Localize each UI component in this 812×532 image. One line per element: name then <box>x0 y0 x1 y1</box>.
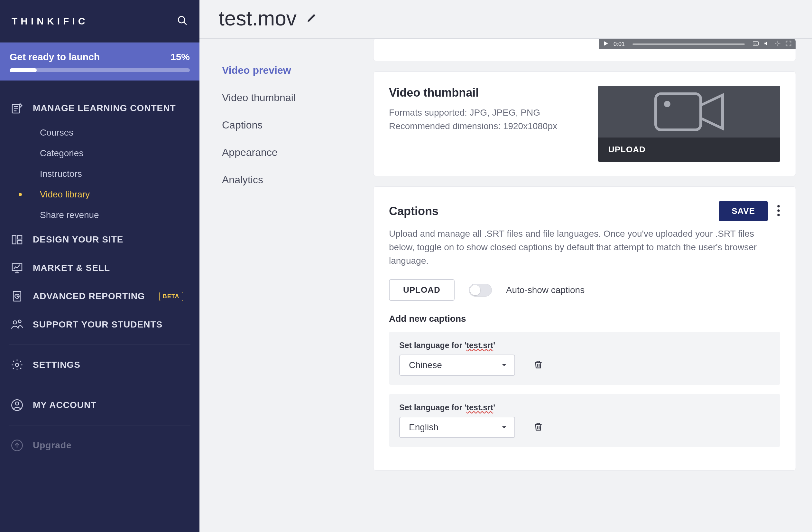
snav-captions[interactable]: Captions <box>212 111 360 139</box>
thumbnail-dims: Recommended dimensions: 1920x1080px <box>389 120 585 133</box>
search-icon[interactable] <box>177 15 188 27</box>
presentation-chart-icon <box>10 262 25 275</box>
auto-show-label: Auto-show captions <box>506 285 584 295</box>
nav-market-sell[interactable]: MARKET & SELL <box>0 254 200 282</box>
page-header: test.mov <box>200 0 812 39</box>
captions-card: Captions SAVE Upload and manage all .SRT… <box>373 186 796 471</box>
edit-note-icon <box>10 102 25 115</box>
fullscreen-icon[interactable] <box>785 40 792 48</box>
sidebar-item-share-revenue[interactable]: Share revenue <box>0 205 200 225</box>
svg-rect-18 <box>656 94 701 130</box>
svg-point-21 <box>777 209 780 212</box>
play-icon[interactable] <box>603 40 609 48</box>
svg-text:CC: CC <box>754 42 757 45</box>
label-suffix: ' <box>493 403 495 412</box>
upload-captions-button[interactable]: UPLOAD <box>389 279 454 301</box>
launch-progress-box[interactable]: Get ready to launch 15% <box>0 42 200 81</box>
svg-rect-6 <box>12 264 22 271</box>
snav-video-preview[interactable]: Video preview <box>212 57 360 84</box>
nav-label: Upgrade <box>33 440 72 450</box>
captions-description: Upload and manage all .SRT files and fil… <box>389 227 780 268</box>
caption-item-label: Set language for 'test.srt' <box>399 403 770 412</box>
svg-rect-4 <box>18 235 22 239</box>
volume-icon[interactable] <box>764 40 770 48</box>
nav-upgrade[interactable]: Upgrade <box>0 431 200 460</box>
clipboard-chart-icon <box>10 290 25 303</box>
nav-my-account[interactable]: MY ACCOUNT <box>0 391 200 419</box>
svg-rect-5 <box>18 240 22 244</box>
progress-fill <box>10 68 37 72</box>
snav-analytics[interactable]: Analytics <box>212 166 360 194</box>
svg-point-19 <box>664 101 670 107</box>
secondary-nav: Video preview Video thumbnail Captions A… <box>200 39 373 532</box>
nav-label: DESIGN YOUR SITE <box>33 235 124 245</box>
beta-badge: BETA <box>159 292 183 301</box>
user-circle-icon <box>10 399 25 411</box>
label-prefix: Set language for ' <box>399 341 466 350</box>
svg-point-11 <box>15 363 19 366</box>
brand-logo[interactable]: THINKIFIC <box>12 16 88 27</box>
save-button[interactable]: SAVE <box>719 201 768 221</box>
settings-gear-icon[interactable] <box>774 40 781 48</box>
progress-track <box>10 68 190 72</box>
sidebar-header: THINKIFIC <box>0 0 200 42</box>
svg-point-13 <box>15 402 19 405</box>
nav-divider <box>9 345 190 345</box>
layout-icon <box>10 233 25 246</box>
trash-icon[interactable] <box>533 421 543 434</box>
caption-item: Set language for 'test.srt' English <box>389 394 780 447</box>
nav-support-students[interactable]: SUPPORT YOUR STUDENTS <box>0 310 200 339</box>
nav-label: MARKET & SELL <box>33 263 110 273</box>
nav-design-site[interactable]: DESIGN YOUR SITE <box>0 225 200 254</box>
nav-divider <box>9 385 190 385</box>
sidebar-sub-label: Instructors <box>40 169 82 179</box>
snav-video-thumbnail[interactable]: Video thumbnail <box>212 84 360 111</box>
launch-percent: 15% <box>171 52 190 62</box>
thumbnail-preview <box>598 86 780 138</box>
snav-appearance[interactable]: Appearance <box>212 139 360 166</box>
svg-point-20 <box>777 205 780 207</box>
sidebar-item-video-library[interactable]: Video library <box>0 184 200 205</box>
nav-label: ADVANCED REPORTING <box>33 291 145 302</box>
sidebar-item-courses[interactable]: Courses <box>0 122 200 143</box>
svg-point-9 <box>13 321 16 324</box>
svg-line-1 <box>184 22 187 25</box>
video-time: 0:01 <box>613 41 625 48</box>
thumbnail-upload-box[interactable]: UPLOAD <box>598 86 780 162</box>
chevron-down-icon <box>500 361 508 369</box>
sidebar: THINKIFIC Get ready to launch 15% MANAGE… <box>0 0 200 532</box>
nav-label: MANAGE LEARNING CONTENT <box>33 103 176 113</box>
sidebar-sub-label: Share revenue <box>40 210 99 220</box>
gear-icon <box>10 359 25 371</box>
nav-divider <box>9 425 190 425</box>
caption-item-label: Set language for 'test.srt' <box>399 341 770 350</box>
trash-icon[interactable] <box>533 359 543 372</box>
auto-show-toggle[interactable] <box>469 284 492 297</box>
thumbnail-upload-button[interactable]: UPLOAD <box>598 138 780 162</box>
cc-icon[interactable]: CC <box>753 40 759 48</box>
select-value: English <box>409 422 438 433</box>
pencil-icon[interactable] <box>306 12 317 25</box>
language-select[interactable]: Chinese <box>399 354 515 376</box>
nav-manage-learning[interactable]: MANAGE LEARNING CONTENT <box>0 94 200 122</box>
page-title: test.mov <box>219 6 296 30</box>
caption-filename: test.srt <box>466 341 493 350</box>
nav-label: SETTINGS <box>33 360 81 370</box>
thumbnail-formats: Formats supported: JPG, JPEG, PNG <box>389 106 585 120</box>
nav-label: MY ACCOUNT <box>33 400 97 410</box>
sidebar-item-categories[interactable]: Categories <box>0 143 200 164</box>
sidebar-item-instructors[interactable]: Instructors <box>0 164 200 184</box>
nav-advanced-reporting[interactable]: ADVANCED REPORTING BETA <box>0 282 200 310</box>
users-icon <box>10 318 25 331</box>
svg-point-22 <box>777 213 780 216</box>
nav-settings[interactable]: SETTINGS <box>0 351 200 379</box>
cards-column: 0:01 CC Video thumbnail Formats supporte… <box>373 39 812 532</box>
sidebar-sub-label: Video library <box>40 190 90 200</box>
video-preview-card: 0:01 CC <box>373 39 796 61</box>
video-camera-icon <box>651 86 728 138</box>
svg-point-0 <box>178 16 185 23</box>
more-vertical-icon[interactable] <box>777 205 780 218</box>
video-progress[interactable] <box>633 43 745 45</box>
video-controls-bar[interactable]: 0:01 CC <box>599 39 796 49</box>
language-select[interactable]: English <box>399 417 515 438</box>
